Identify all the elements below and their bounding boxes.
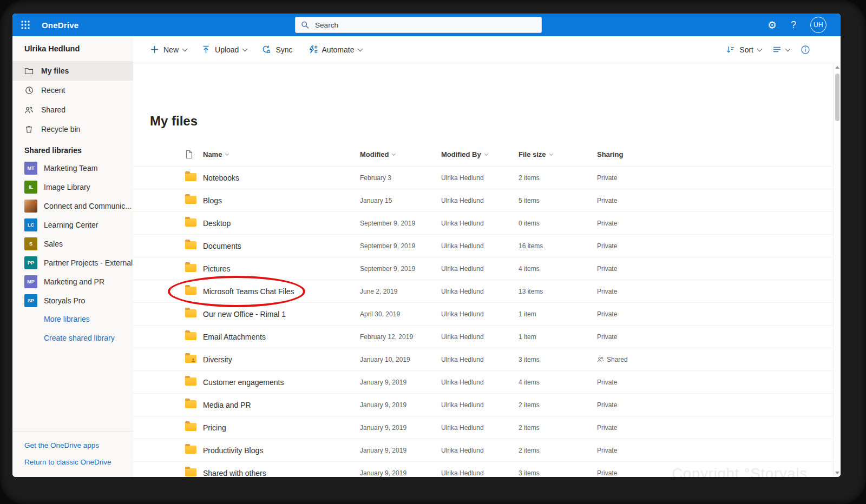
help-button[interactable]: ? xyxy=(791,19,796,31)
column-header-sharing[interactable]: Sharing xyxy=(597,150,833,158)
app-launcher-button[interactable] xyxy=(12,14,38,36)
file-row[interactable]: Pricing January 9, 2019 Ulrika Hedlund 2… xyxy=(133,416,833,439)
column-header-modified-by[interactable]: Modified By xyxy=(441,150,519,158)
sort-button[interactable]: Sort xyxy=(726,45,762,54)
scrollbar-thumb[interactable] xyxy=(835,74,839,121)
folder-icon xyxy=(185,423,196,431)
return-to-classic-link[interactable]: Return to classic OneDrive xyxy=(12,454,133,470)
file-row[interactable]: Media and PR January 9, 2019 Ulrika Hedl… xyxy=(133,394,833,416)
sharing-label: Shared xyxy=(607,356,628,363)
sharing-label: Private xyxy=(597,220,617,227)
settings-button[interactable]: ⚙ xyxy=(767,20,777,30)
file-size: 2 items xyxy=(519,401,597,409)
file-modified-by: Ulrika Hedlund xyxy=(441,174,519,182)
clock-icon xyxy=(24,86,34,95)
file-modified: September 9, 2019 xyxy=(360,265,441,273)
app-title[interactable]: OneDrive xyxy=(42,21,78,30)
file-modified-by: Ulrika Hedlund xyxy=(441,469,519,477)
file-row[interactable]: Customer engagements January 9, 2019 Ulr… xyxy=(133,371,833,394)
main-content: New Upload Sync Automate xyxy=(133,36,841,477)
search-input[interactable] xyxy=(314,21,536,30)
row-icon-cell xyxy=(185,172,203,183)
library-item[interactable]: Connect and Communic... xyxy=(12,196,133,215)
row-icon-cell xyxy=(185,217,203,229)
file-name: Pricing xyxy=(203,423,360,432)
automate-button[interactable]: Automate xyxy=(307,45,363,54)
folder-icon xyxy=(185,218,196,227)
waffle-icon xyxy=(21,20,30,30)
file-row[interactable]: Microsoft Teams Chat Files June 2, 2019 … xyxy=(133,280,833,303)
chevron-down-icon xyxy=(484,151,488,155)
library-item[interactable]: PP Partner Projects - External xyxy=(12,253,133,272)
sidebar-item-label: Shared xyxy=(41,105,65,114)
sidebar-item-recycle-bin[interactable]: Recycle bin xyxy=(12,120,133,139)
row-icon-cell xyxy=(185,195,203,206)
page-title: My files xyxy=(150,113,833,129)
sharing-label: Private xyxy=(597,447,617,454)
info-button[interactable] xyxy=(801,45,810,55)
create-shared-library-link[interactable]: Create shared library xyxy=(12,329,133,348)
file-sharing: Private xyxy=(597,174,833,182)
sidebar-item-my-files[interactable]: My files xyxy=(12,61,133,81)
column-header-modified[interactable]: Modified xyxy=(360,150,441,158)
file-row[interactable]: Diversity January 10, 2019 Ulrika Hedlun… xyxy=(133,348,833,371)
search-box[interactable] xyxy=(295,17,542,33)
file-modified: June 2, 2019 xyxy=(360,288,441,295)
gear-icon: ⚙ xyxy=(767,19,777,31)
library-label: Marketing Team xyxy=(44,164,97,173)
library-item[interactable]: SP Storyals Pro xyxy=(12,291,133,310)
library-avatar xyxy=(24,200,37,213)
scroll-up-arrow[interactable] xyxy=(835,66,839,69)
library-item[interactable]: MP Marketing and PR xyxy=(12,272,133,291)
library-item[interactable]: IL Image Library xyxy=(12,177,133,196)
onedrive-window: OneDrive ⚙ ? UH Ulrika Hedlund My files xyxy=(12,14,841,477)
new-button[interactable]: New xyxy=(150,45,187,54)
sidebar-item-shared[interactable]: Shared xyxy=(12,100,133,120)
file-row[interactable]: Desktop September 9, 2019 Ulrika Hedlund… xyxy=(133,212,833,235)
copyright-watermark: Copyright °Storyals xyxy=(672,466,808,477)
account-avatar[interactable]: UH xyxy=(810,17,826,33)
sync-button[interactable]: Sync xyxy=(261,45,292,54)
library-item[interactable]: S Sales xyxy=(12,234,133,253)
get-onedrive-apps-link[interactable]: Get the OneDrive apps xyxy=(12,437,133,454)
sidebar: Ulrika Hedlund My files Recent Shared xyxy=(12,36,133,477)
folder-icon xyxy=(185,446,196,454)
file-sharing: Private xyxy=(597,333,833,341)
sidebar-footer-divider xyxy=(12,431,133,432)
row-icon-cell xyxy=(185,467,203,477)
file-row[interactable]: Pictures September 9, 2019 Ulrika Hedlun… xyxy=(133,257,833,280)
command-bar-left: New Upload Sync Automate xyxy=(150,45,362,54)
more-libraries-link[interactable]: More libraries xyxy=(12,310,133,329)
folder-icon xyxy=(185,173,196,181)
folder-icon xyxy=(185,377,196,386)
file-row[interactable]: Documents September 9, 2019 Ulrika Hedlu… xyxy=(133,235,833,257)
folder-icon xyxy=(185,309,196,317)
column-header-file-size[interactable]: File size xyxy=(519,150,597,158)
library-item[interactable]: MT Marketing Team xyxy=(12,158,133,177)
info-icon xyxy=(801,45,810,55)
chevron-down-icon xyxy=(392,151,396,155)
file-name: Media and PR xyxy=(203,401,360,409)
upload-icon xyxy=(201,45,211,54)
column-header-name[interactable]: Name xyxy=(203,150,360,158)
search-icon xyxy=(301,21,309,29)
row-icon-cell xyxy=(185,240,203,251)
scroll-down-arrow[interactable] xyxy=(835,472,839,474)
vertical-scrollbar[interactable] xyxy=(833,63,841,477)
library-avatar: LC xyxy=(24,218,37,231)
table-header: Name Modified Modified By File size Shar… xyxy=(133,147,833,162)
file-row[interactable]: Blogs January 15 Ulrika Hedlund 5 items … xyxy=(133,189,833,212)
view-options-button[interactable] xyxy=(772,45,790,54)
file-row[interactable]: Notebooks February 3 Ulrika Hedlund 2 it… xyxy=(133,167,833,189)
row-icon-cell xyxy=(185,263,203,274)
file-row[interactable]: Our new Office - Rimal 1 April 30, 2019 … xyxy=(133,303,833,326)
sharing-label: Private xyxy=(597,469,617,477)
sidebar-item-recent[interactable]: Recent xyxy=(12,81,133,100)
file-name: Desktop xyxy=(203,219,360,228)
file-size: 0 items xyxy=(519,220,597,227)
file-row[interactable]: Productivity Blogs January 9, 2019 Ulrik… xyxy=(133,439,833,462)
file-modified-by: Ulrika Hedlund xyxy=(441,424,519,432)
library-item[interactable]: LC Learning Center xyxy=(12,215,133,234)
file-row[interactable]: Email Attachments February 12, 2019 Ulri… xyxy=(133,326,833,348)
upload-button[interactable]: Upload xyxy=(201,45,247,54)
